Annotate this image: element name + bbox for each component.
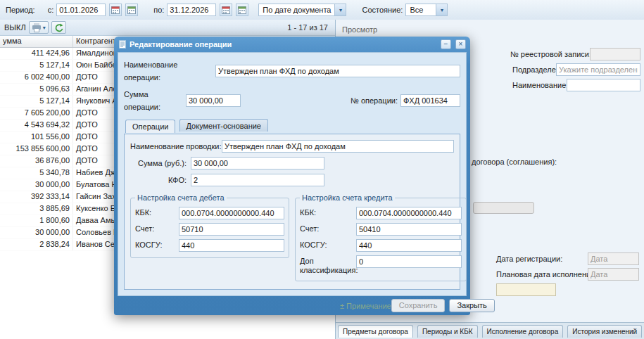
debit-fieldset-title: Настройка счета дебета [135,193,227,202]
tab-source-document[interactable]: Документ-основание [179,119,268,132]
credit-account-field[interactable] [356,223,462,236]
date-type-select[interactable]: По дате документа ▾ [258,4,346,16]
minimize-icon[interactable]: − [441,39,451,49]
name-label: Наименование: [512,81,568,89]
operation-number-field[interactable] [400,94,460,107]
operation-name-label: Наименование операции: [124,58,215,84]
division-field[interactable] [556,63,640,76]
planned-date-label: Плановая дата исполнения: [496,270,597,279]
printer-icon [32,23,42,32]
amount-cell: 153 855 600,00 [0,143,73,155]
tab-periods-kbk[interactable]: Периоды и КБК [417,325,478,338]
debit-kbk-label: КБК: [135,207,179,219]
amount-cell: 411 424,96 [0,48,73,59]
tab-contract-execution[interactable]: Исполнение договора [482,325,564,338]
amount-cell: 5 127,14 [0,96,73,107]
calendar-select-icon[interactable] [125,4,138,16]
credit-account-label: Счет: [300,223,356,236]
amount-cell: 2 838,24 [0,239,73,250]
bottom-tab-bar: Предметы договора Периоды и КБК Исполнен… [336,322,644,339]
amount-cell: 36 876,00 [0,155,73,167]
refresh-icon [54,23,63,32]
date-from-input[interactable] [56,4,106,16]
sum-rub-label: Сумма (руб.): [130,157,191,170]
amount-cell: 3 885,69 [0,203,73,215]
state-value: Все [406,6,436,14]
date-from-label: с: [48,6,54,14]
credit-kbk-field[interactable] [356,207,462,219]
operation-sum-field[interactable] [186,94,241,107]
amount-cell: 5 340,78 [0,167,73,179]
dialog-body: Наименование операции: Сумма операции: №… [118,52,467,296]
amount-cell: 30 000,00 [0,227,73,238]
registration-date-field[interactable] [588,252,639,265]
state-label: Состояние: [362,6,403,14]
operation-name-field[interactable] [215,65,460,77]
chevron-down-icon: ▾ [436,4,447,15]
edit-operation-dialog: Редактирование операции − × Наименование… [114,37,470,315]
amount-cell: 101 556,00 [0,132,73,143]
amount-cell: 5 096,63 [0,84,73,95]
registry-number-field[interactable] [590,48,640,60]
debit-account-fieldset: Настройка счета дебета КБК: Счет: КОСГУ: [130,193,289,258]
amount-cell: 6 002 400,00 [0,72,73,83]
toggle-button[interactable]: ВЫКЛ [4,23,26,32]
operations-tab-panel: Наименование проводки: Сумма (руб.): КФО… [124,134,460,290]
chevron-down-icon: ▾ [334,4,346,15]
document-icon [118,40,127,49]
print-button[interactable]: ▾ [29,21,49,34]
note-toggle[interactable]: ± Примечание [340,302,391,310]
column-header-amount[interactable]: умма [0,36,73,47]
debit-kbk-field[interactable] [179,207,284,219]
debit-account-field[interactable] [179,223,284,236]
registration-date-label: Дата регистрации: [496,255,562,263]
credit-extra-class-field[interactable] [356,255,462,268]
dialog-title: Редактирование операции [130,40,436,49]
name-field[interactable] [567,79,640,91]
registry-number-label: № реестровой записи: [510,50,591,58]
contract-subject-label: договора (соглашения): [472,158,557,166]
planned-date-field[interactable] [588,268,639,281]
credit-kbk-label: КБК: [300,207,356,219]
plus-minus-icon: ± [340,302,344,310]
debit-account-label: Счет: [135,223,179,236]
calendar-icon[interactable] [220,4,232,16]
filter-toolbar: Период: с: по: По дате документа ▾ Состо… [0,0,644,20]
dialog-tabstrip: Операции Документ-основание [124,119,460,134]
tab-contract-subjects[interactable]: Предметы договора [338,325,413,338]
unlabeled-field[interactable] [496,283,556,296]
credit-fieldset-title: Настройка счета кредита [300,193,395,202]
credit-kosgu-label: КОСГУ: [300,239,356,252]
tab-operations[interactable]: Операции [125,120,175,133]
close-button[interactable]: Закрыть [449,299,494,312]
credit-kosgu-field[interactable] [356,239,462,252]
refresh-button[interactable] [51,21,66,34]
posting-name-label: Наименование проводки: [130,140,222,153]
credit-account-fieldset: Настройка счета кредита КБК: Счет: КОСГУ… [295,193,467,281]
close-icon[interactable]: × [455,39,466,49]
application-window: Период: с: по: По дате документа ▾ Состо… [0,0,644,339]
tab-change-history[interactable]: История изменений [567,325,642,338]
credit-extra-class-label: Доп классификация: [300,255,356,275]
dialog-titlebar[interactable]: Редактирование операции − × [118,37,467,52]
action-button[interactable] [473,202,534,214]
chevron-down-icon: ▾ [43,25,46,31]
save-button[interactable]: Сохранить [391,299,446,312]
debit-kosgu-field[interactable] [179,239,284,252]
calendar-select-icon[interactable] [236,4,248,16]
amount-cell: 5 127,14 [0,60,73,71]
posting-name-field[interactable] [222,140,454,153]
kfo-field[interactable] [191,174,324,186]
note-label: Примечание [346,302,391,310]
date-type-value: По дате документа [259,6,334,14]
amount-cell: 4 543 694,32 [0,120,73,131]
dialog-footer: ± Примечание Сохранить Закрыть [118,296,467,315]
date-to-input[interactable] [167,4,216,16]
sum-rub-field[interactable] [191,157,324,170]
operation-number-label: № операции: [350,94,400,107]
calendar-icon[interactable] [109,4,122,16]
pager-text: 1 - 17 из 17 [287,23,328,32]
state-select[interactable]: Все ▾ [405,4,448,16]
amount-cell: 1 800,60 [0,215,73,226]
amount-cell: 30 000,00 [0,179,73,191]
